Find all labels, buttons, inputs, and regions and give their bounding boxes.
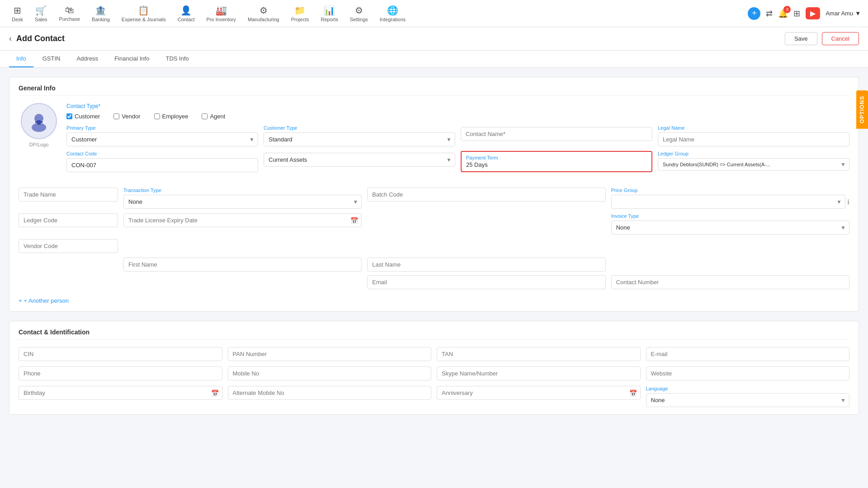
tan-group bbox=[437, 347, 641, 361]
trade-license-group: 📅 bbox=[123, 213, 362, 235]
grid-icon-btn[interactable]: ⊞ bbox=[793, 9, 800, 19]
nav-purchase[interactable]: 🛍 Purchase bbox=[55, 2, 85, 24]
tab-info[interactable]: Info bbox=[9, 51, 33, 67]
checkbox-employee[interactable]: Employee bbox=[154, 113, 189, 120]
tab-address[interactable]: Address bbox=[69, 51, 105, 67]
contact-name-input[interactable] bbox=[461, 127, 652, 141]
transaction-type-group: Transaction Type None Cash Credit ▼ bbox=[123, 188, 362, 209]
price-group-info-icon[interactable]: ℹ bbox=[847, 198, 849, 206]
nav-integrations-label: Integrations bbox=[380, 17, 406, 22]
customer-checkbox[interactable] bbox=[66, 113, 72, 119]
contact-code-input[interactable] bbox=[66, 158, 258, 172]
invoice-type-select[interactable]: None Tax Invoice Retail Invoice bbox=[611, 221, 849, 235]
tab-gstin[interactable]: GSTIN bbox=[35, 51, 68, 67]
trade-license-calendar-icon[interactable]: 📅 bbox=[350, 217, 358, 224]
tab-tds-info[interactable]: TDS Info bbox=[158, 51, 196, 67]
price-group-select[interactable] bbox=[611, 195, 845, 209]
website-input[interactable] bbox=[646, 366, 850, 380]
primary-type-select-wrapper: Customer Vendor Employee Agent ▼ bbox=[66, 132, 258, 146]
trade-name-input[interactable] bbox=[19, 188, 118, 202]
checkbox-agent[interactable]: Agent bbox=[202, 113, 225, 120]
nav-sales[interactable]: 🛒 Sales bbox=[30, 2, 52, 25]
agent-checkbox[interactable] bbox=[202, 113, 208, 119]
phone-input[interactable] bbox=[19, 366, 222, 380]
nav-right-group: + ⇄ 🔔 0 ⊞ ▶ Amar Amu ▼ bbox=[748, 7, 861, 20]
checkbox-vendor[interactable]: Vendor bbox=[113, 113, 140, 120]
primary-type-label: Primary Type bbox=[66, 125, 258, 131]
top-navigation: ⊞ Desk 🛒 Sales 🛍 Purchase 🏦 Banking 📋 Ex… bbox=[0, 0, 868, 27]
customer-type-select[interactable]: Standard Premium Basic bbox=[264, 132, 455, 146]
ledger-group-select-wrapper: Sundry Debtors(SUNDR) => Current Assets(… bbox=[658, 158, 849, 171]
cin-input[interactable] bbox=[19, 347, 222, 361]
youtube-button[interactable]: ▶ bbox=[806, 7, 820, 19]
first-name-input[interactable] bbox=[123, 258, 362, 272]
notification-icon-btn[interactable]: 🔔 0 bbox=[778, 9, 788, 19]
nav-manufacturing-label: Manufacturing bbox=[248, 17, 279, 22]
birthday-input[interactable] bbox=[19, 386, 222, 400]
trade-name-group bbox=[19, 188, 118, 209]
mobile-group bbox=[228, 366, 432, 380]
employee-checkbox[interactable] bbox=[154, 113, 160, 119]
add-person-link[interactable]: + + Another person bbox=[19, 297, 69, 304]
last-name-input[interactable] bbox=[367, 258, 605, 272]
batch-code-input[interactable] bbox=[367, 188, 605, 202]
nav-desk[interactable]: ⊞ Desk bbox=[7, 2, 28, 25]
birthday-calendar-icon[interactable]: 📅 bbox=[211, 389, 219, 397]
ledger-code-input[interactable] bbox=[19, 213, 118, 227]
anniversary-input[interactable] bbox=[437, 386, 641, 400]
invoice-type-label: Invoice Type bbox=[611, 213, 849, 219]
expense-icon: 📋 bbox=[138, 5, 149, 16]
nav-manufacturing[interactable]: ⚙ Manufacturing bbox=[243, 2, 284, 25]
contact-name-group bbox=[461, 125, 652, 146]
payment-term-label: Payment Term bbox=[466, 155, 647, 160]
vendor-code-input[interactable] bbox=[19, 239, 118, 253]
skype-group bbox=[437, 366, 641, 380]
nav-pro-inventory[interactable]: 🏭 Pro Inventory bbox=[202, 2, 241, 25]
user-menu[interactable]: Amar Amu ▼ bbox=[826, 10, 861, 17]
skype-input[interactable] bbox=[437, 366, 641, 380]
anniversary-group: 📅 bbox=[437, 386, 641, 407]
nav-settings[interactable]: ⚙ Settings bbox=[345, 2, 373, 25]
ledger-group-select[interactable]: Sundry Debtors(SUNDR) => Current Assets(… bbox=[658, 158, 849, 171]
email-input[interactable] bbox=[367, 275, 605, 289]
nav-reports[interactable]: 📊 Reports bbox=[316, 2, 343, 25]
legal-name-input[interactable] bbox=[658, 132, 849, 146]
transaction-type-select[interactable]: None Cash Credit bbox=[123, 195, 362, 209]
anniversary-calendar-icon[interactable]: 📅 bbox=[629, 389, 637, 397]
alt-mobile-group bbox=[228, 386, 432, 407]
mobile-input[interactable] bbox=[228, 366, 432, 380]
integrations-icon: 🌐 bbox=[387, 5, 398, 16]
nav-expense[interactable]: 📋 Expense & Journals bbox=[117, 2, 170, 25]
nav-contact[interactable]: 👤 Contact bbox=[173, 2, 199, 25]
current-assets-select[interactable]: Current Assets Fixed Assets bbox=[264, 153, 455, 167]
language-select[interactable]: None English Hindi bbox=[646, 393, 850, 407]
add-button[interactable]: + bbox=[748, 7, 760, 20]
user-chevron-icon: ▼ bbox=[855, 10, 861, 17]
options-sidebar[interactable]: OPTIONS bbox=[856, 90, 868, 129]
contact-number-input[interactable] bbox=[611, 275, 849, 289]
trade-license-input[interactable] bbox=[123, 213, 362, 227]
main-content: General Info DP/Logo bbox=[0, 68, 868, 478]
first-name-group bbox=[123, 258, 362, 272]
primary-type-select[interactable]: Customer Vendor Employee Agent bbox=[66, 132, 258, 146]
nav-integrations[interactable]: 🌐 Integrations bbox=[375, 2, 410, 25]
nav-banking[interactable]: 🏦 Banking bbox=[87, 2, 114, 25]
nav-projects[interactable]: 📁 Projects bbox=[287, 2, 314, 25]
tab-financial-info[interactable]: Financial Info bbox=[107, 51, 156, 67]
back-button[interactable]: ‹ bbox=[9, 34, 12, 43]
vendor-checkbox[interactable] bbox=[113, 113, 119, 119]
pan-input[interactable] bbox=[228, 347, 432, 361]
cancel-button[interactable]: Cancel bbox=[822, 32, 859, 45]
alt-mobile-input[interactable] bbox=[228, 386, 432, 400]
ci-email-input[interactable] bbox=[646, 347, 850, 361]
nav-desk-label: Desk bbox=[12, 17, 23, 22]
notification-badge: 0 bbox=[783, 6, 791, 13]
save-button[interactable]: Save bbox=[785, 32, 817, 45]
projects-icon: 📁 bbox=[294, 5, 306, 16]
cin-group bbox=[19, 347, 222, 361]
general-info-section: General Info DP/Logo bbox=[9, 77, 859, 312]
price-group-group: Price Group ▼ ℹ bbox=[611, 188, 849, 209]
checkbox-customer[interactable]: Customer bbox=[66, 113, 100, 120]
tan-input[interactable] bbox=[437, 347, 641, 361]
exchange-icon-btn[interactable]: ⇄ bbox=[766, 9, 773, 19]
